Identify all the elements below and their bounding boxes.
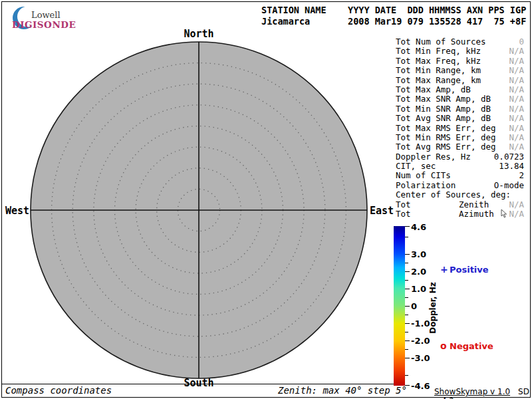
- colorbar-tick: [405, 254, 410, 255]
- compass-label-south: South: [99, 377, 299, 389]
- stat-label: Tot Min SNR Amp, dB: [396, 104, 491, 114]
- stat-value: N/A: [509, 133, 524, 142]
- colorbar-tick: [405, 349, 408, 350]
- logo-lowell: Lowell: [31, 10, 61, 20]
- compass-label-west: West: [3, 205, 29, 217]
- stat-value: N/A: [509, 47, 524, 56]
- header-columns: STATION NAME YYYY DATE DDD HHMMSS AXN PP…: [261, 5, 526, 15]
- plus-marker-icon: +: [440, 264, 450, 275]
- stat-label: Tot Max RMS Err, deg: [396, 124, 496, 133]
- colorbar-tick: [405, 297, 408, 298]
- app-version: ShowSkymap v 1.0: [434, 387, 510, 396]
- stat-value: 0: [519, 37, 524, 47]
- stat-row: Num of CITs2: [396, 171, 524, 180]
- stat-value: N/A: [509, 114, 524, 123]
- colorbar-tick: [405, 306, 410, 307]
- stat-value: N/A: [509, 94, 524, 104]
- logo-digisonde: DIGISONDE: [12, 19, 76, 30]
- stat-value: N/A: [509, 76, 524, 85]
- stat-row: Tot Num of Sources0: [396, 37, 524, 47]
- stat-label: Tot: [396, 200, 411, 209]
- stat-row: Tot Max SNR Amp, dBN/A: [396, 94, 524, 104]
- colorbar-tick: [405, 358, 410, 358]
- stat-row: Doppler Res, Hz0.0723: [396, 152, 524, 162]
- stat-row: Tot Max Range, kmN/A: [396, 76, 524, 85]
- legend-positive-label: Positive: [450, 265, 489, 275]
- stat-label: Tot Min Range, km: [396, 66, 481, 75]
- stat-sublabel: Azimuth: [459, 209, 494, 219]
- colorbar-tick-label: 3.0: [411, 249, 440, 259]
- stat-label: Center of Sources, deg:: [396, 190, 511, 200]
- stat-row: Tot Min RMS Err, degN/A: [396, 133, 524, 142]
- colorbar-tick: [405, 271, 410, 272]
- stat-value: N/A: [509, 57, 524, 66]
- colorbar-tick: [405, 263, 408, 263]
- compass-label-north: North: [99, 28, 299, 40]
- colorbar-tick: [405, 375, 408, 376]
- stat-label: Tot Min RMS Err, deg: [396, 133, 496, 142]
- colorbar-tick: [405, 315, 408, 315]
- stat-label: Num of CITs: [396, 171, 451, 180]
- stat-value: N/A: [509, 209, 524, 219]
- colorbar-tick-label: 4.6: [411, 222, 440, 231]
- stats-panel: Tot Num of Sources0 Tot Min Freq, kHzN/A…: [396, 37, 524, 219]
- legend-positive: +Positive: [440, 264, 489, 275]
- stat-row: Tot Min Freq, kHzN/A: [396, 47, 524, 56]
- stat-label: Tot Min Freq, kHz: [396, 47, 481, 56]
- header-values: Jicamarca 2008 Mar19 079 135528 417 75 +…: [261, 16, 526, 27]
- stat-row: Tot Min SNR Amp, dBN/A: [396, 104, 524, 114]
- legend-negative-label: Negative: [450, 341, 493, 351]
- colorbar-tick: [405, 323, 410, 324]
- stat-label: Tot Max SNR Amp, dB: [396, 94, 491, 104]
- mouse-cursor-icon: [501, 209, 507, 218]
- stat-label: Tot Max Amp, dB: [396, 85, 471, 94]
- stat-row: Tot Min Range, kmN/A: [396, 66, 524, 75]
- stat-value: N/A: [509, 104, 524, 114]
- colorbar-tick: [405, 332, 408, 332]
- status-bar-divider: [2, 384, 394, 384]
- stat-value: N/A: [509, 200, 524, 209]
- stat-value: 13.84: [499, 162, 524, 171]
- colorbar-tick: [405, 280, 408, 281]
- stat-value: N/A: [509, 124, 524, 133]
- stat-label: Tot Avg SNR Amp, dB: [396, 114, 491, 123]
- stat-section-header: Center of Sources, deg:: [396, 190, 524, 200]
- stat-label: Tot: [396, 209, 411, 219]
- stat-row: CIT, sec13.84: [396, 162, 524, 171]
- showskymap-window: Lowell DIGISONDE STATION NAME YYYY DATE …: [0, 0, 532, 399]
- stat-label: Polarization: [396, 181, 456, 190]
- stat-value: 0.0723: [494, 152, 524, 162]
- legend-negative: oNegative: [440, 340, 493, 351]
- stat-label: Doppler Res, Hz: [396, 152, 471, 162]
- stat-value: N/A: [509, 85, 524, 94]
- stat-value: 2: [519, 171, 524, 180]
- stat-label: CIT, sec: [396, 162, 436, 171]
- zenith-range-label: Zenith: max 40° step 5°: [278, 385, 407, 396]
- compass-label-east: East: [370, 205, 394, 217]
- stat-label: Tot Num of Sources: [396, 37, 485, 47]
- version-info: ShowSkymap v 1.0SD v 4.2: [434, 387, 532, 399]
- stat-label: Tot Avg RMS Err, deg: [396, 142, 496, 152]
- stat-row: Tot Max Freq, kHzN/A: [396, 57, 524, 66]
- stat-row: Tot Avg SNR Amp, dBN/A: [396, 114, 524, 123]
- circle-marker-icon: o: [440, 340, 450, 351]
- stat-row: Tot Avg RMS Err, degN/A: [396, 142, 524, 152]
- stat-row: PolarizationO-mode: [396, 181, 524, 190]
- stat-value: N/A: [509, 142, 524, 152]
- colorbar-tick: [405, 340, 410, 341]
- colorbar-tick: [405, 226, 410, 227]
- stat-value: N/A: [509, 66, 524, 75]
- colorbar-tick: [405, 289, 410, 289]
- coordinate-system-label: Compass coordinates: [5, 385, 112, 396]
- colorbar-axis-label: Doppler, Hz: [428, 265, 438, 351]
- stat-value: O-mode: [494, 181, 524, 190]
- stat-row: Tot Max Amp, dBN/A: [396, 85, 524, 94]
- colorbar-tick: [405, 237, 408, 237]
- stat-row: Tot Max RMS Err, degN/A: [396, 124, 524, 133]
- colorbar-tick-label: -3.0: [411, 353, 440, 362]
- doppler-colorbar: [394, 226, 405, 386]
- stat-sublabel: Zenith: [459, 200, 489, 209]
- stat-label: Tot Max Freq, kHz: [396, 57, 481, 66]
- stat-label: Tot Max Range, km: [396, 76, 481, 85]
- stat-row: TotZenithN/A: [396, 200, 524, 209]
